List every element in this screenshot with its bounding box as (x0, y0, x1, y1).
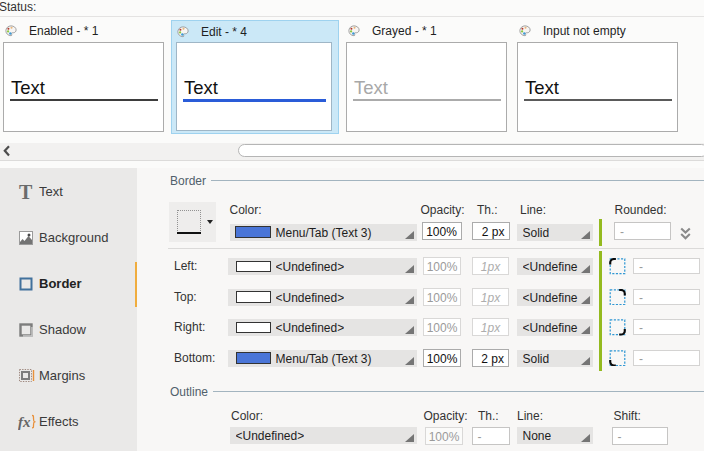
svg-text:T: T (19, 184, 33, 200)
svg-text:fx: fx (18, 414, 31, 430)
